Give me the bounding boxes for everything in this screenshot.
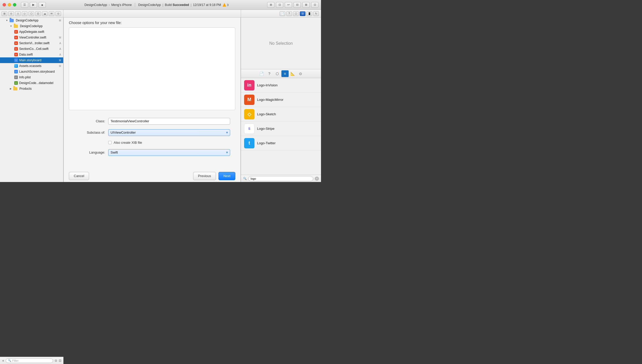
plist-file-icon: P: [14, 75, 18, 79]
datamodel-file-icon: D: [14, 81, 18, 85]
previous-button[interactable]: Previous: [193, 172, 216, 180]
run-btn[interactable]: ▶: [30, 2, 37, 8]
sidebar-item-products[interactable]: ▶ Products: [0, 86, 63, 92]
modal-form: Class: Subclass of: UIViewController ▼: [64, 110, 240, 168]
xib-checkbox[interactable]: [108, 141, 112, 144]
next-button[interactable]: Next: [218, 172, 235, 180]
swift-file-icon: S: [14, 30, 18, 34]
project-name: DesignCodeApp: [138, 3, 161, 7]
sidebar-item-viewcontroller[interactable]: S ViewController.swift M: [0, 35, 63, 40]
swift-file-icon-sv: S: [14, 41, 18, 45]
nav-btn-1[interactable]: ⊞: [2, 11, 7, 16]
file-name-launch: LaunchScreen.storyboard: [19, 70, 55, 73]
nav-btn-7[interactable]: ☁: [42, 11, 48, 16]
sidebar-item-sectionco[interactable]: S SectionCo...Cell.swift A: [0, 46, 63, 52]
modal-title: Choose options for your new file:: [64, 18, 240, 27]
subclass-label: Subclass of:: [74, 131, 105, 134]
launch-storyboard-icon: S: [14, 70, 18, 74]
file-name-plist: Info.plist: [19, 75, 31, 79]
right-btn-3[interactable]: ⬡: [293, 11, 299, 16]
right-btn-2[interactable]: ?: [286, 11, 292, 16]
title-bar: ☰ ▶ ■ DesignCodeApp › Meng's iPhone Desi…: [0, 0, 321, 10]
nav-btn-8[interactable]: ✉: [49, 11, 54, 16]
products-disclosure: ▶: [10, 87, 12, 90]
sidebar-item-sectionvi[interactable]: S SectionVi...troller.swift A: [0, 40, 63, 46]
nav-btn-2[interactable]: ⊙: [8, 11, 14, 16]
sidebar-toggle-btn[interactable]: ☰: [21, 2, 28, 8]
logo-thumb-twitter: t: [244, 138, 254, 148]
inspector-btn-attributes[interactable]: ≡: [281, 70, 289, 77]
traffic-lights: [3, 3, 16, 6]
nav-btn-5[interactable]: ⬡: [28, 11, 34, 16]
language-select-wrapper: Swift ▼: [108, 149, 230, 156]
class-label: Class:: [74, 119, 105, 123]
swift-file-icon-data: S: [14, 52, 18, 57]
layout-btn-5[interactable]: ⊠: [302, 2, 310, 8]
logo-item-magicmirror[interactable]: M Logo-MagicMirror: [241, 93, 321, 107]
zoom-button[interactable]: [13, 3, 16, 6]
sv-badge: A: [59, 42, 61, 45]
assets-file-icon: A: [14, 64, 18, 68]
logo-item-sketch[interactable]: ◇ Logo-Sketch: [241, 107, 321, 122]
sidebar-item-sub-group[interactable]: ▼ DesignCodeApp: [0, 23, 63, 29]
logo-label-invision: Logo-InVision: [257, 83, 278, 87]
logo-item-stripe[interactable]: S Logo-Stripe: [241, 122, 321, 136]
logo-item-invision[interactable]: in Logo-InVision: [241, 78, 321, 93]
warning-badge[interactable]: 3: [223, 3, 229, 7]
language-row: Language: Swift ▼: [74, 149, 230, 156]
inspector-btn-identity[interactable]: ⬡: [274, 70, 281, 77]
right-btn-4[interactable]: ⊟: [300, 11, 305, 16]
sidebar-item-launchscreen[interactable]: S LaunchScreen.storyboard: [0, 69, 63, 74]
nav-btn-3[interactable]: ⚠: [15, 11, 21, 16]
nav-btn-4[interactable]: ◇: [22, 11, 27, 16]
file-name-sv: SectionVi...troller.swift: [19, 41, 49, 45]
search-icon: 🔍: [243, 177, 247, 180]
minimize-button[interactable]: [8, 3, 11, 6]
device-name[interactable]: Meng's iPhone: [111, 3, 132, 7]
inspector-btn-file[interactable]: 📄: [258, 70, 265, 77]
layout-btn-3[interactable]: ↩: [285, 2, 292, 8]
sidebar-item-appdelegate[interactable]: S AppDelegate.swift: [0, 29, 63, 35]
sidebar-item-mainstoryboard[interactable]: S Main.storyboard M: [0, 57, 63, 63]
sidebar-item-assets[interactable]: A Assets.xcassets M: [0, 63, 63, 69]
layout-btn-6[interactable]: ⊡: [311, 2, 318, 8]
vc-badge: M: [59, 36, 61, 39]
subclass-select-wrapper: UIViewController ▼: [108, 129, 230, 136]
main-badge: M: [59, 59, 61, 62]
class-input[interactable]: [108, 118, 230, 125]
close-button[interactable]: [3, 3, 6, 6]
logo-label-twitter: Logo-Twitter: [257, 141, 276, 145]
sidebar-item-infoplist[interactable]: P Info.plist: [0, 74, 63, 80]
logo-list: in Logo-InVision M Logo-MagicMirror ◇ Lo…: [241, 78, 321, 175]
nav-btn-9[interactable]: ⊙: [55, 11, 61, 16]
logo-item-twitter[interactable]: t Logo-Twitter: [241, 136, 321, 150]
stop-btn[interactable]: ■: [39, 2, 46, 8]
inspector-btn-connections[interactable]: ⊙: [297, 70, 304, 77]
file-name-assets: Assets.xcassets: [19, 64, 41, 68]
sidebar-item-datamodel[interactable]: D DesignCode...datamodel: [0, 80, 63, 86]
inspector-btn-size[interactable]: 📐: [289, 70, 296, 77]
app-scheme[interactable]: DesignCodeApp: [84, 3, 107, 7]
title-separator-2: |: [162, 3, 163, 7]
sidebar-item-data[interactable]: S Data.swift A: [0, 52, 63, 57]
logo-thumb-sketch: ◇: [244, 109, 254, 119]
layout-btn-2[interactable]: ⊡: [276, 2, 283, 8]
layout-btn-4[interactable]: ⊟: [294, 2, 301, 8]
sidebar-item-root-group[interactable]: ▼ DesignCodeApp M: [0, 18, 63, 23]
search-input[interactable]: [248, 176, 313, 181]
right-btn-6[interactable]: ↻: [313, 11, 319, 16]
right-btn-5[interactable]: 📱: [307, 11, 312, 16]
cancel-button[interactable]: Cancel: [69, 172, 89, 180]
logo-thumb-stripe: S: [244, 124, 254, 134]
title-separator-3: |: [191, 3, 191, 7]
right-btn-1[interactable]: 📄: [280, 11, 285, 16]
clear-search-btn[interactable]: ×: [315, 177, 319, 181]
inspector-btn-quickhelp[interactable]: ?: [266, 70, 273, 77]
layout-btn-1[interactable]: ⊞: [267, 2, 274, 8]
subclass-select[interactable]: UIViewController: [108, 129, 230, 136]
language-select[interactable]: Swift: [108, 149, 230, 156]
search-bar: 🔍 ×: [241, 175, 321, 182]
nav-btn-6[interactable]: ⊡: [35, 11, 41, 16]
warning-icon: [223, 3, 226, 7]
sub-disclosure-icon: ▼: [10, 25, 12, 27]
